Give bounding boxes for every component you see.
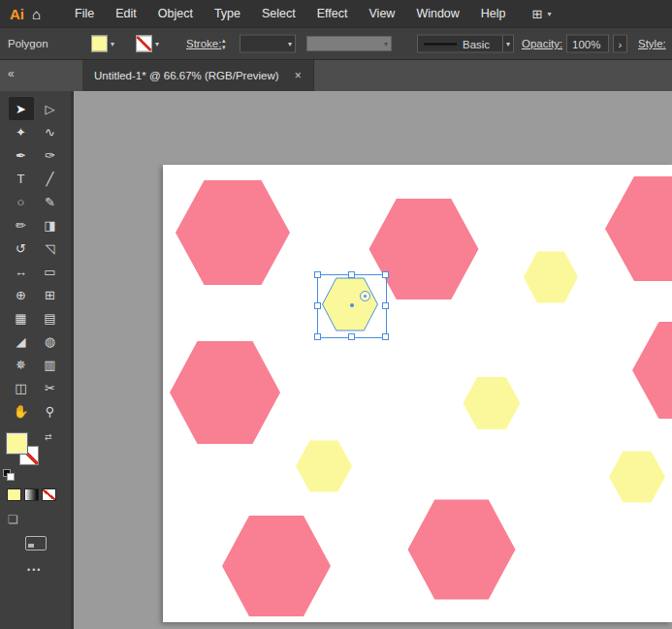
color-button[interactable] <box>7 488 21 501</box>
shaper-tool[interactable]: ✏ <box>9 213 34 236</box>
swap-fill-stroke-icon[interactable]: ⇄ <box>45 432 52 442</box>
type-tool[interactable]: T <box>9 167 34 190</box>
illustrator-logo: Ai <box>10 6 24 22</box>
rotate-tool[interactable]: ↺ <box>9 236 34 260</box>
menu-object[interactable]: Object <box>147 0 204 27</box>
menu-window[interactable]: Window <box>405 0 469 27</box>
selection-handle[interactable] <box>314 302 321 309</box>
mesh-tool[interactable]: ▦ <box>9 306 34 330</box>
none-button[interactable] <box>42 488 56 501</box>
fill-color-swatch[interactable] <box>91 36 108 52</box>
eyedropper-tool[interactable]: ◢ <box>9 330 34 353</box>
collapse-panels-icon[interactable]: « <box>8 67 15 80</box>
stroke-panel-link[interactable]: Stroke: <box>186 38 221 49</box>
lasso-tool[interactable]: ∿ <box>38 120 63 143</box>
canvas-pasteboard[interactable] <box>71 91 672 629</box>
chevron-down-icon: ▾ <box>288 40 292 48</box>
hexagon-shape[interactable] <box>464 377 521 429</box>
hexagon-shape[interactable] <box>632 322 672 419</box>
gradient-tool[interactable]: ▤ <box>38 306 63 330</box>
width-tool[interactable]: ↔ <box>9 260 34 283</box>
menu-file[interactable]: File <box>64 0 105 27</box>
selection-handle[interactable] <box>314 333 321 340</box>
pen-tool[interactable]: ✒ <box>9 143 34 167</box>
chevron-down-icon[interactable]: ▾ <box>111 40 114 48</box>
eraser-tool[interactable]: ◨ <box>38 213 63 236</box>
selection-tool[interactable]: ➤ <box>9 97 34 120</box>
opacity-chevron-button[interactable]: › <box>613 35 627 53</box>
scale-tool[interactable]: ◹ <box>38 236 63 260</box>
menu-view[interactable]: View <box>359 0 406 27</box>
paintbrush-tool[interactable]: ✎ <box>38 190 63 213</box>
tool-grid: ➤▷✦∿✒✑T╱○✎✏◨↺◹↔▭⊕⊞▦▤◢◍✵▥◫✂✋⚲ <box>0 91 71 423</box>
gradient-button[interactable] <box>24 488 39 501</box>
stepper-down-icon[interactable]: ▾ <box>222 44 226 50</box>
symbol-sprayer-tool[interactable]: ✵ <box>9 353 34 376</box>
hexagon-shape[interactable] <box>408 500 516 600</box>
direct-selection-tool[interactable]: ▷ <box>38 97 63 120</box>
menu-edit[interactable]: Edit <box>105 0 147 27</box>
selection-handle[interactable] <box>382 271 389 278</box>
screen-mode-button[interactable] <box>25 536 47 550</box>
selection-handle[interactable] <box>348 333 355 340</box>
magic-wand-tool[interactable]: ✦ <box>9 120 34 143</box>
selection-handle[interactable] <box>314 271 321 278</box>
selection-handle[interactable] <box>348 271 355 278</box>
edit-toolbar-button[interactable]: ••• <box>27 565 42 575</box>
hexagon-shape[interactable] <box>605 176 672 281</box>
menu-effect[interactable]: Effect <box>306 0 359 27</box>
home-icon[interactable]: ⌂ <box>32 6 41 22</box>
live-shape-widget[interactable] <box>360 291 370 301</box>
perspective-grid-tool[interactable]: ⊞ <box>38 283 63 306</box>
line-profile-label: Basic <box>463 38 490 49</box>
menu-type[interactable]: Type <box>204 0 251 27</box>
shape-builder-tool[interactable]: ⊕ <box>9 283 34 306</box>
style-panel-link[interactable]: Style: <box>638 38 666 49</box>
selection-bounding-box[interactable] <box>317 274 387 338</box>
stroke-width-stepper[interactable]: ▴ ▾ <box>222 37 226 50</box>
selection-handle[interactable] <box>382 302 389 309</box>
menu-items: FileEditObjectTypeSelectEffectViewWindow… <box>64 0 517 27</box>
control-bar: Polygon ▾ ▾ Stroke: ▴ ▾ ▾ ▾ Basic ▾ Opac… <box>0 27 672 60</box>
menu-bar: Ai ⌂ FileEditObjectTypeSelectEffectViewW… <box>0 0 672 27</box>
variable-width-profile-dropdown[interactable]: Basic ▾ <box>417 35 514 53</box>
close-icon[interactable]: × <box>295 69 302 82</box>
hexagon-shape[interactable] <box>170 341 280 444</box>
stepper-up-icon[interactable]: ▴ <box>222 37 226 44</box>
chevron-down-icon[interactable]: ▾ <box>155 40 159 48</box>
fill-swatch[interactable] <box>7 433 27 454</box>
line-profile-preview <box>424 43 457 45</box>
ellipse-tool[interactable]: ○ <box>9 190 34 213</box>
free-transform-tool[interactable]: ▭ <box>38 260 63 283</box>
hexagon-shape[interactable] <box>524 252 578 303</box>
hand-tool[interactable]: ✋ <box>9 399 34 423</box>
workspace-icon: ⊞ <box>532 7 543 21</box>
hexagon-shape[interactable] <box>222 516 331 616</box>
stroke-width-dropdown[interactable]: ▾ <box>240 35 296 53</box>
workspace-switcher[interactable]: ⊞ ▾ <box>532 7 552 21</box>
line-segment-tool[interactable]: ╱ <box>38 167 63 190</box>
stroke-color-swatch[interactable] <box>136 36 152 52</box>
artboard-tool[interactable]: ◫ <box>9 376 34 399</box>
menu-select[interactable]: Select <box>251 0 306 27</box>
zoom-tool[interactable]: ⚲ <box>38 399 63 423</box>
tools-panel: ➤▷✦∿✒✑T╱○✎✏◨↺◹↔▭⊕⊞▦▤◢◍✵▥◫✂✋⚲ ⇄ ❏ ••• <box>0 91 71 629</box>
blend-tool[interactable]: ◍ <box>38 330 63 353</box>
drawing-modes-button[interactable]: ❏ <box>8 513 18 526</box>
hexagon-shape[interactable] <box>609 452 665 503</box>
selection-handle[interactable] <box>382 333 389 340</box>
opacity-panel-link[interactable]: Opacity: <box>522 38 562 49</box>
opacity-value-field[interactable]: 100% <box>566 35 609 53</box>
menu-help[interactable]: Help <box>470 0 517 27</box>
default-fill-stroke-icon[interactable] <box>3 469 14 480</box>
slice-tool[interactable]: ✂ <box>38 376 63 399</box>
chevron-down-icon[interactable]: ▾ <box>502 36 513 52</box>
hexagon-shape[interactable] <box>176 180 290 285</box>
artboard[interactable] <box>163 165 672 622</box>
document-tab-strip: « Untitled-1* @ 66.67% (RGB/Preview) × <box>0 60 672 91</box>
curvature-tool[interactable]: ✑ <box>38 143 63 167</box>
hexagon-shape[interactable] <box>296 441 352 492</box>
column-graph-tool[interactable]: ▥ <box>38 353 63 376</box>
selection-center-point[interactable] <box>350 303 354 307</box>
document-tab[interactable]: Untitled-1* @ 66.67% (RGB/Preview) × <box>82 60 314 91</box>
